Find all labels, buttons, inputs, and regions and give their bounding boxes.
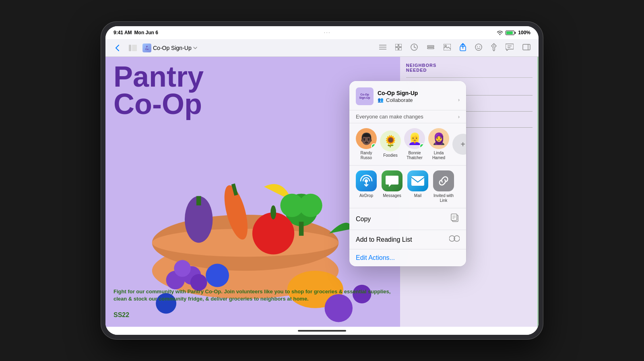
edit-actions-label: Edit Actions... [356, 254, 395, 261]
ss22-label: SS22 [114, 311, 129, 319]
more-avatar-circle: + [452, 134, 466, 155]
dots-display: ··· [324, 31, 331, 35]
avatar-foodies[interactable]: 🌻 Foodies [380, 131, 401, 158]
toolbar-icons-group [378, 41, 532, 54]
home-indicator [105, 327, 539, 335]
link-label: Invited withLink [433, 193, 454, 203]
ipad-screen: 9:41 AM Mon Jun 6 ··· 10 [105, 26, 539, 335]
bonnie-status-dot [419, 143, 425, 149]
randy-avatar-emoji: 👨🏿 [359, 132, 374, 145]
svg-rect-23 [523, 44, 530, 50]
svg-rect-6 [399, 44, 402, 47]
randy-avatar-circle: 👨🏿 [356, 128, 377, 149]
copy-action-row[interactable]: Copy [349, 208, 466, 230]
collaborate-people-icon: 👥 [378, 97, 384, 103]
svg-point-19 [479, 46, 480, 47]
date-display: Mon Jun 6 [134, 30, 158, 35]
permissions-text: Everyone can make changes [356, 114, 423, 120]
doc-info: Co-Op Sign-Up 👥 Collaborate › [378, 90, 460, 103]
permissions-chevron-icon: › [458, 114, 460, 120]
sidebar-right-icon[interactable] [521, 42, 532, 54]
right-decoration [537, 57, 539, 327]
foodies-avatar-circle: 🌻 [380, 131, 401, 151]
avatar-more[interactable]: + [452, 134, 466, 155]
reading-list-icon [449, 235, 460, 244]
ipad-device: 9:41 AM Mon Jun 6 ··· 10 [101, 21, 543, 340]
toolbar: PCo Co-Op Sign-Up [105, 39, 539, 57]
pin-icon[interactable] [489, 41, 498, 54]
sidebar-button[interactable] [127, 42, 138, 54]
form-header-text: NEIGHBORSNEEDED [406, 63, 533, 73]
divider-1 [406, 77, 533, 78]
body-text-area: Fight for our community with Pantry Co-O… [114, 288, 398, 303]
svg-point-17 [475, 44, 482, 50]
randy-name: RandyRusso [361, 151, 372, 160]
status-right: 100% [497, 30, 530, 35]
edit-actions-row[interactable]: Edit Actions... [349, 249, 466, 266]
svg-rect-0 [129, 45, 131, 51]
doc-thumbnail-icon: PCo [142, 44, 151, 52]
mail-app-item[interactable]: Mail [407, 170, 428, 198]
collaborate-row[interactable]: 👥 Collaborate › [378, 97, 460, 103]
share-popover: Co-OpSign-Up Co-Op Sign-Up 👥 Collaborate… [349, 81, 466, 266]
svg-rect-29 [196, 196, 201, 205]
foodies-name: Foodies [383, 153, 398, 158]
svg-rect-13 [427, 48, 434, 49]
doc-thumbnail: Co-OpSign-Up [356, 87, 374, 105]
svg-point-34 [299, 194, 322, 217]
airdrop-app-item[interactable]: AirDrop [356, 170, 377, 198]
randy-status-dot [371, 143, 377, 149]
document-title-area[interactable]: PCo Co-Op Sign-Up [142, 44, 374, 52]
collaborate-chevron-icon: › [458, 97, 460, 103]
reading-list-action-row[interactable]: Add to Reading List [349, 230, 466, 249]
comment-icon[interactable] [504, 42, 515, 54]
avatar-linda[interactable]: 🧕 LindaHamed [428, 128, 449, 160]
linda-avatar-emoji: 🧕 [432, 132, 446, 145]
back-button[interactable] [112, 42, 123, 54]
messages-app-item[interactable]: Messages [382, 170, 402, 198]
svg-rect-1 [132, 45, 137, 51]
airdrop-icon [356, 170, 377, 191]
home-bar [298, 330, 346, 332]
svg-line-11 [414, 47, 416, 48]
bonnie-name: BonnieThatcher [407, 151, 422, 160]
list-view-icon[interactable] [378, 43, 388, 53]
share-apps-section: AirDrop Messages [349, 166, 466, 208]
permissions-row[interactable]: Everyone can make changes › [349, 110, 466, 123]
svg-point-18 [477, 46, 478, 47]
reading-list-label: Add to Reading List [356, 236, 412, 243]
time-display: 9:41 AM [114, 30, 132, 35]
svg-rect-12 [427, 46, 434, 47]
copy-icon [451, 214, 460, 224]
linda-avatar-circle: 🧕 [428, 128, 449, 149]
poster-title: Pantry Co-Op [114, 63, 204, 118]
coop-text: Co-Op [114, 88, 202, 120]
layers-icon[interactable] [425, 42, 436, 54]
title-dropdown-icon [193, 47, 197, 49]
svg-rect-49 [411, 176, 424, 186]
battery-indicator [506, 31, 516, 35]
collaborate-label: Collaborate [386, 97, 413, 103]
mail-icon [407, 170, 428, 191]
body-text: Fight for our community with Pantry Co-O… [114, 288, 398, 303]
svg-point-37 [270, 205, 276, 220]
svg-rect-35 [299, 222, 304, 236]
svg-rect-8 [399, 48, 402, 50]
bonnie-avatar-emoji: 👱‍♀️ [408, 132, 422, 145]
popover-doc-title: Co-Op Sign-Up [378, 90, 460, 96]
invited-link-app-item[interactable]: Invited withLink [433, 170, 454, 203]
link-icon [433, 170, 454, 191]
document-page: Pantry Co-Op Fight for our community wit… [105, 57, 539, 327]
bonnie-avatar-circle: 👱‍♀️ [404, 128, 425, 149]
grid-view-icon[interactable] [394, 42, 403, 54]
recents-icon[interactable] [409, 42, 419, 54]
share-button[interactable] [458, 41, 468, 54]
wifi-icon [497, 30, 503, 35]
media-icon[interactable] [442, 42, 452, 54]
popover-header: Co-OpSign-Up Co-Op Sign-Up 👥 Collaborate… [349, 87, 466, 110]
avatar-randy[interactable]: 👨🏿 RandyRusso [356, 128, 377, 160]
emoji-icon[interactable] [473, 42, 484, 54]
avatar-bonnie[interactable]: 👱‍♀️ BonnieThatcher [404, 128, 425, 160]
status-bar: 9:41 AM Mon Jun 6 ··· 10 [105, 26, 539, 39]
svg-rect-5 [395, 44, 398, 47]
